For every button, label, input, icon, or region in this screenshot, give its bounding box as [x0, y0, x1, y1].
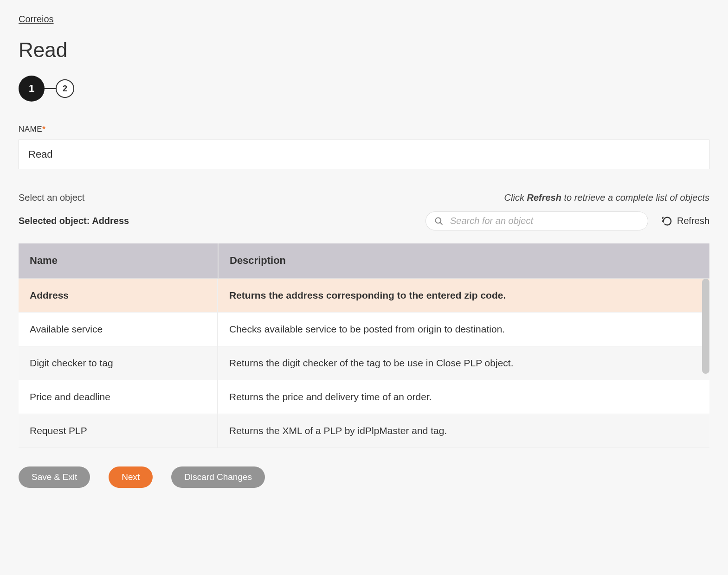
table-row[interactable]: Request PLPReturns the XML of a PLP by i…: [19, 414, 709, 448]
refresh-label: Refresh: [677, 216, 709, 226]
step-2[interactable]: 2: [56, 79, 74, 98]
refresh-hint: Click Refresh to retrieve a complete lis…: [504, 192, 709, 203]
scrollbar[interactable]: [702, 279, 709, 374]
table-row[interactable]: Digit checker to tagReturns the digit ch…: [19, 346, 709, 380]
page-title: Read: [19, 38, 709, 62]
table-row[interactable]: AddressReturns the address corresponding…: [19, 279, 709, 313]
search-icon: [434, 217, 444, 226]
footer-buttons: Save & Exit Next Discard Changes: [19, 466, 709, 488]
required-asterisk: *: [42, 125, 45, 134]
scrollbar-thumb[interactable]: [702, 279, 709, 374]
col-header-description[interactable]: Description: [218, 243, 709, 278]
row-description: Returns the address corresponding to the…: [218, 279, 709, 312]
table-row[interactable]: Price and deadlineReturns the price and …: [19, 380, 709, 414]
row-description: Returns the price and delivery time of a…: [218, 380, 709, 414]
row-description: Checks available service to be posted fr…: [218, 313, 709, 346]
row-name: Available service: [19, 313, 218, 346]
hint-bold: Refresh: [527, 192, 561, 203]
row-name: Digit checker to tag: [19, 346, 218, 380]
hint-suffix: to retrieve a complete list of objects: [561, 192, 709, 203]
svg-point-0: [435, 217, 441, 223]
table-body: AddressReturns the address corresponding…: [19, 279, 709, 448]
svg-line-1: [440, 222, 442, 224]
step-connector: [45, 88, 56, 89]
search-wrap[interactable]: [425, 211, 648, 230]
select-object-label: Select an object: [19, 192, 84, 203]
search-input[interactable]: [450, 216, 639, 226]
object-table: Name Description AddressReturns the addr…: [19, 243, 709, 448]
discard-button[interactable]: Discard Changes: [171, 466, 265, 488]
row-name: Request PLP: [19, 414, 218, 447]
hint-prefix: Click: [504, 192, 527, 203]
save-exit-button[interactable]: Save & Exit: [19, 466, 90, 488]
table-row[interactable]: Available serviceChecks available servic…: [19, 313, 709, 346]
breadcrumb-link[interactable]: Correios: [19, 14, 54, 25]
row-name: Price and deadline: [19, 380, 218, 414]
selected-object-label: Selected object: Address: [19, 216, 129, 226]
next-button[interactable]: Next: [109, 466, 153, 488]
refresh-icon: [662, 216, 672, 226]
name-label: NAME*: [19, 125, 709, 134]
col-header-name[interactable]: Name: [19, 243, 218, 278]
row-name: Address: [19, 279, 218, 312]
name-label-text: NAME: [19, 125, 42, 134]
row-description: Returns the XML of a PLP by idPlpMaster …: [218, 414, 709, 447]
row-description: Returns the digit checker of the tag to …: [218, 346, 709, 380]
stepper: 1 2: [19, 76, 709, 102]
refresh-button[interactable]: Refresh: [662, 216, 709, 226]
name-input[interactable]: [19, 140, 709, 169]
step-1[interactable]: 1: [19, 76, 45, 102]
